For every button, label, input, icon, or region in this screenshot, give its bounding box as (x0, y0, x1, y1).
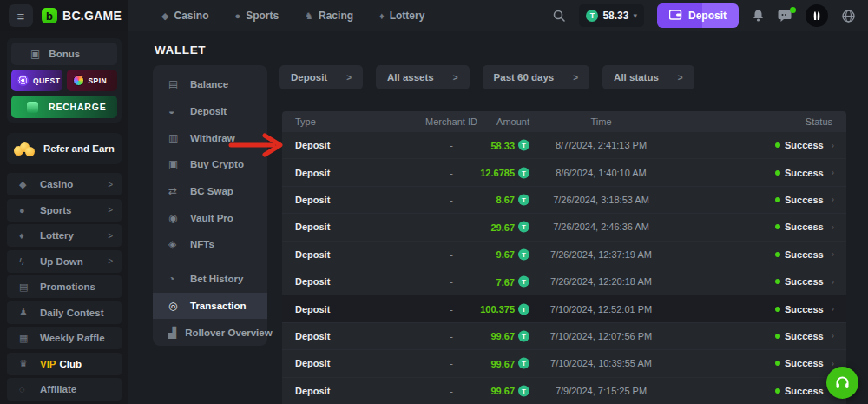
table-row[interactable]: Deposit - 7.67T 7/26/2024, 12:20:18 AM S… (282, 268, 846, 295)
nav-label: Casino (174, 10, 208, 22)
topbar-actions: T 58.33 ▾ Deposit (552, 3, 868, 28)
table-row[interactable]: Deposit - 99.67T 7/9/2024, 7:15:25 PM Su… (282, 378, 846, 404)
search-icon[interactable] (552, 9, 566, 23)
lottery-icon: ♦ (19, 230, 40, 241)
table-row[interactable]: Deposit - 9.67T 7/26/2024, 12:37:19 AM S… (282, 242, 846, 268)
support-button[interactable] (826, 367, 858, 399)
sidebar-menu-item[interactable]: ϟ Up Down > (7, 250, 122, 273)
sidebar-menu-item[interactable]: ▦ Weekly Raffle > (7, 327, 122, 349)
sidebar-item-label: Sports (40, 205, 71, 215)
refer-and-earn-banner[interactable]: Refer and Earn (7, 133, 122, 164)
top-nav-item[interactable]: ● Sports (234, 10, 279, 22)
chat-icon[interactable] (778, 10, 792, 23)
promo-row: QUEST SPIN (11, 70, 117, 91)
sidebar-menu-item[interactable]: ♛ VIPClub > (7, 353, 122, 375)
table-row[interactable]: Deposit - 99.67T 7/10/2024, 10:39:55 AM … (282, 350, 846, 377)
tx-time: 7/26/2024, 2:46:36 AM (538, 222, 664, 232)
chevron-right-icon: › (832, 249, 834, 259)
notifications-bell-icon[interactable] (752, 9, 765, 23)
filter-button[interactable]: Past 60 days > (483, 65, 590, 89)
tx-amount: 7.67T (430, 276, 529, 288)
tx-status[interactable]: Success› (775, 168, 834, 178)
recharge-label: RECHARGE (49, 102, 107, 112)
chevron-right-icon: › (832, 304, 834, 314)
tether-coin-icon: T (518, 303, 529, 315)
top-nav-item[interactable]: ◆ Casino (161, 10, 208, 22)
sidebar-menu-item[interactable]: ♦ Lottery > (7, 224, 122, 247)
tx-status[interactable]: Success› (775, 195, 834, 205)
table-row[interactable]: Deposit - 58.33T 8/7/2024, 2:41:13 PM Su… (282, 132, 846, 159)
bcgame-wallet-page: ≡ b BC.GAME ◆ Casino ● Sports ♞ (0, 0, 868, 404)
language-globe-icon[interactable] (841, 9, 856, 23)
user-avatar[interactable] (806, 4, 828, 27)
table-row[interactable]: Deposit - 100.375T 7/10/2024, 12:52:01 P… (282, 295, 846, 322)
chevron-right-icon: > (108, 180, 113, 189)
bonus-button[interactable]: ▣ Bonus (11, 43, 117, 65)
wallet-item-label: Buy Crypto (190, 159, 244, 169)
wallet-menu-item[interactable]: ▤ Balance (153, 71, 267, 98)
table-row[interactable]: Deposit - 99.67T 7/10/2024, 12:07:56 PM … (282, 323, 846, 350)
promo-group: ▣ Bonus QUEST SPIN RECHARGE (7, 38, 122, 123)
quest-button[interactable]: QUEST (11, 70, 62, 91)
sidebar-item-label: Casino (40, 179, 73, 189)
tx-time: 7/10/2024, 10:39:55 AM (538, 358, 664, 368)
chevron-right-icon: › (832, 222, 834, 232)
filter-label: All assets (387, 72, 434, 83)
hamburger-menu-button[interactable]: ≡ (9, 4, 33, 27)
table-row[interactable]: Deposit - 12.6785T 8/6/2024, 1:40:10 AM … (282, 159, 846, 186)
spin-button[interactable]: SPIN (67, 70, 118, 91)
chevron-right-icon: › (832, 277, 834, 287)
filter-button[interactable]: All status > (602, 65, 694, 89)
tx-status[interactable]: Success› (775, 386, 834, 396)
table-row[interactable]: Deposit - 29.67T 7/26/2024, 2:46:36 AM S… (282, 214, 846, 241)
recharge-button[interactable]: RECHARGE (11, 96, 117, 118)
brand-name: BC.GAME (62, 9, 122, 23)
sidebar-menu-item[interactable]: ♟ Daily Contest > (7, 301, 122, 324)
tx-type: Deposit (295, 276, 330, 287)
tx-type: Deposit (295, 168, 330, 178)
sidebar-menu-item[interactable]: ● Sports > (7, 199, 122, 222)
transaction-icon: ◎ (168, 300, 181, 312)
spin-label: SPIN (89, 76, 107, 85)
tx-status[interactable]: Success› (775, 358, 834, 368)
wallet-menu-item[interactable]: ⇄ BC Swap (153, 178, 267, 205)
top-nav-item[interactable]: ♦ Lottery (379, 10, 424, 22)
wallet-menu-item[interactable]: ◉ Vault Pro (153, 204, 267, 231)
wallet-menu-item[interactable]: ◈ NFTs (153, 231, 267, 258)
status-dot (775, 170, 780, 176)
status-dot (775, 334, 780, 339)
contest-icon: ♟ (19, 307, 40, 318)
filter-button[interactable]: All assets > (376, 65, 470, 89)
tx-time: 8/6/2024, 1:40:10 AM (538, 168, 664, 178)
deposit-button[interactable]: Deposit (657, 3, 739, 28)
tx-status[interactable]: Success› (775, 304, 834, 315)
sidebar-menu-item[interactable]: ◆ Casino > (7, 173, 122, 195)
tx-type: Deposit (295, 140, 330, 150)
balance-selector[interactable]: T 58.33 ▾ (579, 4, 644, 27)
notification-dot (790, 7, 796, 13)
tx-status[interactable]: Success› (775, 249, 834, 260)
brand-logo[interactable]: b BC.GAME (42, 8, 122, 23)
wallet-item-label: BC Swap (190, 186, 233, 196)
table-row[interactable]: Deposit - 8.67T 7/26/2024, 3:18:53 AM Su… (282, 187, 846, 214)
filter-bar: Deposit > All assets > Past 60 days > Al… (279, 65, 694, 89)
topbar: ≡ b BC.GAME ◆ Casino ● Sports ♞ (0, 0, 868, 31)
chevron-right-icon: > (108, 231, 113, 241)
tx-status[interactable]: Success› (775, 140, 834, 150)
wallet-menu-item[interactable]: ◒ Deposit (153, 98, 267, 125)
chevron-down-icon: ▾ (633, 11, 637, 20)
wallet-menu-item[interactable]: ▟ Rollover Overview (153, 319, 267, 346)
wallet-menu-item[interactable]: ◎ Transaction (153, 293, 267, 320)
gift-icon: ▣ (30, 48, 40, 60)
tx-status[interactable]: Success› (775, 331, 834, 341)
top-nav-item[interactable]: ♞ Racing (305, 10, 353, 22)
sidebar-menu-item[interactable]: ◌ Affiliate > (7, 378, 122, 401)
tx-status[interactable]: Success› (775, 222, 834, 232)
vault-icon: ◉ (168, 212, 181, 224)
refer-label: Refer and Earn (43, 143, 115, 154)
sidebar: ▣ Bonus QUEST SPIN RECHARGE Refer and E (0, 31, 128, 404)
sidebar-menu-item[interactable]: ▤ Promotions > (7, 275, 122, 298)
filter-button[interactable]: Deposit > (279, 65, 363, 89)
wallet-menu-item[interactable]: ◔ Bet History (153, 266, 267, 293)
tx-status[interactable]: Success› (775, 276, 834, 287)
